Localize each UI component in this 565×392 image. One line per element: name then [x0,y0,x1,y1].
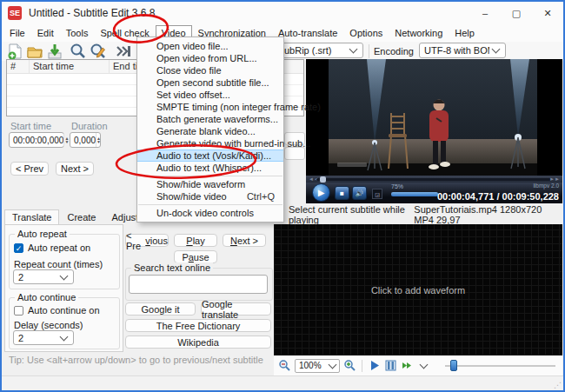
column-start-time[interactable]: Start time [30,60,110,73]
open-file-icon[interactable] [26,43,43,60]
prev-subtitle-button[interactable]: < Prev [10,162,49,176]
wikipedia-button[interactable]: Wikipedia [125,336,271,349]
spinner-arrows-icon[interactable]: ▲▼ [96,133,101,147]
resize-grip[interactable]: ⋰ [554,381,561,389]
google-translate-button[interactable]: Google translate [201,302,271,316]
visual-sync-icon[interactable] [115,43,132,60]
next-subtitle-button[interactable]: Next > [56,162,94,176]
repeat-count-label: Repeat count (times) [14,259,103,269]
repeat-count-combobox[interactable]: 2 [13,269,74,284]
search-text-input[interactable] [129,275,268,294]
chevron-down-icon [60,332,69,341]
volume-percent: 75% [391,183,403,189]
waveform-panel[interactable]: Click to add waveform [274,224,562,355]
minimize-button[interactable]: – [469,2,501,24]
tab-strip: Translate Create Adjust [4,211,146,225]
chevron-down-icon[interactable] [420,360,429,369]
checkbox-unchecked-icon[interactable] [14,306,23,316]
find-icon[interactable] [70,43,87,60]
next-button[interactable]: Next > [223,234,266,247]
video-controls-bar: ▶ ■ 🔊 ◲ 75% libmpv 2.0 00:00:04,771 / 00… [306,183,562,203]
free-dictionary-button[interactable]: The Free Dictionary [125,319,271,332]
column-number[interactable]: # [7,60,30,73]
start-time-value: 00:00:00,000 [10,136,63,145]
encoding-combobox[interactable]: UTF-8 with BOM [419,43,506,58]
menu-options[interactable]: Options [343,25,389,41]
save-icon[interactable] [46,43,63,60]
replace-icon[interactable] [90,43,107,60]
tab-create[interactable]: Create [59,209,103,225]
video-toggle-icon[interactable] [384,359,397,372]
auto-repeat-checkbox-row[interactable]: ✓ Auto repeat on [14,243,90,253]
delay-combobox[interactable]: 2 [13,330,74,345]
duration-value: 0,000 [70,136,96,145]
chevron-down-icon [492,45,501,54]
menu-item-audio-to-text-vosk[interactable]: Audio to text (Vosk/Kaldi)... [137,149,283,162]
menu-networking[interactable]: Networking [389,25,449,41]
new-subtitle-icon[interactable] [6,43,23,60]
pause-button[interactable]: Pause [174,250,217,263]
select-current-subtitle-label: Select current subtitle while playing [289,204,414,225]
menu-item-undock-video-controls[interactable]: Un-dock video controls [137,207,283,219]
zoom-in-icon[interactable] [343,359,356,372]
menu-tools[interactable]: Tools [60,25,95,41]
window-title: Untitled - Subtitle Edit 3.6.8 [29,7,155,19]
waveform-zoom-combobox[interactable]: 100% [295,359,340,373]
menu-help[interactable]: Help [449,25,481,41]
time-display: 00:00:04,771 / 00:09:50,228 [437,191,559,202]
duration-spinner[interactable]: 0,000 ▲▼ [70,132,101,148]
toolbar-separator [362,360,362,372]
menu-item-audio-to-text-whisper[interactable]: Audio to text (Whisper)... [137,162,283,174]
video-seek-bar[interactable]: ◄◄ ►► [306,176,562,183]
menu-item-generate-blank-video[interactable]: Generate blank video... [137,125,283,137]
delay-label: Delay (seconds) [14,320,83,330]
menu-item-smpte-timing[interactable]: SMPTE timing (non integer frame rate) [137,101,283,113]
slider-thumb[interactable] [450,360,457,371]
play-waveform-icon[interactable] [368,359,381,372]
waveform-toolbar: 100% [274,355,562,375]
fullscreen-icon[interactable]: ◲ [372,189,382,199]
menu-separator [138,204,282,205]
menu-item-open-video-from-url[interactable]: Open video from URL... [137,52,283,64]
waveform-placeholder[interactable]: Click to add waveform [371,285,465,296]
checkbox-checked-icon[interactable]: ✓ [14,243,23,253]
start-time-spinner[interactable]: 00:00:00,000 ▲▼ [9,132,64,148]
duration-label: Duration [71,121,108,131]
seek-thumb[interactable] [320,176,326,183]
video-file-info: SuperTutoriais.mp4 1280x720 MP4 29,97 [414,204,562,225]
tab-translate[interactable]: Translate [4,209,59,225]
menu-edit[interactable]: Edit [31,25,60,41]
menu-item-open-video-file[interactable]: Open video file... [137,40,283,52]
encoding-label: Encoding [374,46,414,56]
menu-file[interactable]: File [3,25,31,41]
previous-button[interactable]: < Previous [125,234,169,247]
playback-speed-icon[interactable] [401,359,414,372]
waveform-position-slider[interactable] [445,360,555,372]
menu-item-show-hide-waveform[interactable]: Show/hide waveform [137,178,283,190]
player-engine-label: libmpv 2.0 [533,183,559,189]
repeat-count-value: 2 [14,272,57,282]
play-button[interactable]: Play [174,234,217,247]
auto-continue-checkbox-row[interactable]: Auto continue on [14,305,100,316]
stop-video-button[interactable]: ■ [335,186,349,200]
seek-forward-icon[interactable]: ►► [549,176,560,182]
menu-item-close-video-file[interactable]: Close video file [137,64,283,76]
menu-item-open-second-subtitle[interactable]: Open second subtitle file... [137,76,283,89]
video-frame [306,59,562,176]
menu-separator [138,176,282,176]
menu-item-set-video-offset[interactable]: Set video offset... [137,89,283,101]
menu-item-batch-generate-waveforms[interactable]: Batch generate waveforms... [137,113,283,125]
play-video-button[interactable]: ▶ [312,183,330,202]
google-it-button[interactable]: Google it [125,302,196,316]
auto-repeat-on-label: Auto repeat on [28,243,90,253]
encoding-value: UTF-8 with BOM [420,45,489,56]
spinner-arrows-icon[interactable]: ▲▼ [63,133,69,147]
menu-item-show-hide-video[interactable]: Show/hide videoCtrl+Q [137,190,283,203]
menu-item-generate-video-burned-in-sub[interactable]: Generate video with burned-in sub... [137,137,283,149]
mute-volume-button[interactable]: 🔊 [352,186,367,200]
maximize-button[interactable]: ▢ [501,2,532,24]
video-player[interactable]: ◄◄ ►► ▶ ■ 🔊 ◲ 75% libmpv 2.0 00:00:04,77… [306,59,562,203]
close-button[interactable]: ✕ [532,2,563,24]
zoom-out-icon[interactable] [278,359,291,372]
chevron-down-icon [329,360,337,369]
